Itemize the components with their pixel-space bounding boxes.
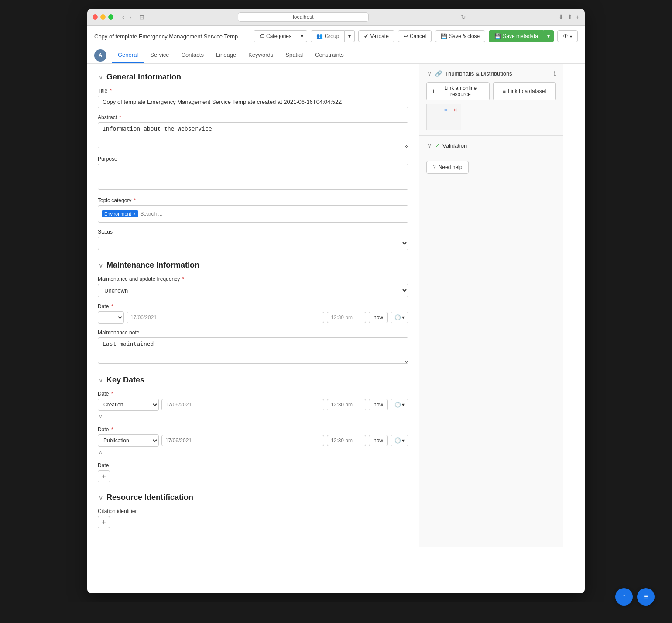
maintenance-clock-button[interactable]: 🕐 ▾ xyxy=(391,312,408,323)
title-input[interactable] xyxy=(98,96,408,108)
key-date-1-field: Date * Creation Publication Revision n xyxy=(98,391,408,420)
group-button[interactable]: 👥 Group xyxy=(311,30,345,42)
maintenance-date-row: now 🕐 ▾ xyxy=(98,311,408,324)
tab-general[interactable]: General xyxy=(112,47,144,63)
tab-service[interactable]: Service xyxy=(144,47,175,63)
link-dataset-button[interactable]: ≡ Link to a dataset xyxy=(493,82,556,100)
add-date-button[interactable]: + xyxy=(98,470,110,482)
maint-date-required: * xyxy=(111,303,113,310)
remove-environment-tag-button[interactable]: × xyxy=(133,211,136,217)
maximize-button[interactable] xyxy=(108,14,113,20)
clock-1-icon: 🕐 xyxy=(394,402,401,408)
link-online-resource-button[interactable]: + Link an online resource xyxy=(426,82,490,100)
scroll-up-fab[interactable]: ↑ xyxy=(615,588,633,602)
cancel-button[interactable]: ↩ Cancel xyxy=(398,30,432,42)
add-citation-id-button[interactable]: + xyxy=(98,516,110,528)
abstract-required: * xyxy=(119,114,121,120)
validate-button[interactable]: ✔ Validate xyxy=(358,30,394,42)
status-label: Status xyxy=(98,229,408,235)
topic-category-field: Topic category * Environment × xyxy=(98,197,408,223)
maintenance-date-input[interactable] xyxy=(127,312,324,323)
key-time-2-input[interactable] xyxy=(327,435,366,446)
maintenance-note-label: Maintenance note xyxy=(98,330,408,336)
preview-button[interactable]: 👁 xyxy=(557,30,578,42)
tab-spatial[interactable]: Spatial xyxy=(279,47,309,63)
maintenance-note-textarea[interactable]: Last maintained xyxy=(98,337,408,364)
key-dates-collapse-button[interactable]: ∨ xyxy=(98,376,104,385)
frequency-label: Maintenance and update frequency * xyxy=(98,276,408,282)
key-dates-title: Key Dates xyxy=(106,375,144,385)
validation-section: ∨ ✓ Validation xyxy=(419,136,563,155)
resource-identification-section: ∨ Resource Identification Citation ident… xyxy=(98,493,408,528)
general-info-collapse-button[interactable]: ∨ xyxy=(98,73,104,82)
thumbnail-edit-button[interactable]: ✏ xyxy=(442,106,450,114)
tab-lineage[interactable]: Lineage xyxy=(210,47,242,63)
purpose-field: Purpose xyxy=(98,156,408,191)
key-date-2-type-select[interactable]: Creation Publication Revision xyxy=(98,434,159,447)
download-icon: ⬇ xyxy=(559,14,564,21)
key-time-1-input[interactable] xyxy=(327,399,366,410)
categories-button[interactable]: 🏷 Categories xyxy=(254,30,297,42)
save-meta-icon: 💾 xyxy=(494,33,501,39)
group-icon: 👥 xyxy=(316,33,323,39)
key-date-2-expand-button[interactable]: ∧ xyxy=(98,448,103,456)
fab-container: ↑ ≡ xyxy=(615,588,655,602)
maintenance-now-button[interactable]: now xyxy=(369,312,388,323)
group-caret[interactable]: ▾ xyxy=(345,30,355,42)
key-dates-header: ∨ Key Dates xyxy=(98,375,408,385)
key-dates-section: ∨ Key Dates Date * Creation Publication xyxy=(98,375,408,482)
key-date-1-clock-button[interactable]: 🕐 ▾ xyxy=(391,399,408,410)
key-date-1-now-button[interactable]: now xyxy=(369,399,388,410)
thumbnails-info-icon: ℹ xyxy=(554,70,556,77)
close-button[interactable] xyxy=(93,14,98,20)
save-metadata-caret[interactable]: ▾ xyxy=(544,30,554,42)
topic-tag-container[interactable]: Environment × xyxy=(98,205,408,223)
thumbnail-delete-button[interactable]: ✕ xyxy=(451,106,459,114)
validation-collapse-button[interactable]: ∨ xyxy=(426,141,432,150)
need-help-button[interactable]: ? Need help xyxy=(426,161,469,174)
avatar: A xyxy=(94,49,106,62)
purpose-textarea[interactable] xyxy=(98,164,408,190)
back-button[interactable]: ‹ xyxy=(120,13,126,21)
key-date-1-required: * xyxy=(111,391,113,397)
topic-search-input[interactable] xyxy=(140,211,405,217)
key-date-1-caret-icon: ▾ xyxy=(402,402,405,408)
frequency-select[interactable]: Unknown Daily xyxy=(98,284,408,297)
new-tab-icon: + xyxy=(576,14,579,21)
key-date-2-caret-icon: ▾ xyxy=(402,437,405,444)
thumbnails-collapse-button[interactable]: ∨ xyxy=(426,69,432,78)
menu-fab[interactable]: ≡ xyxy=(637,588,655,602)
general-information-header: ∨ General Information xyxy=(98,72,408,82)
abstract-textarea[interactable]: Information about the Webservice xyxy=(98,122,408,148)
key-date-1-input[interactable] xyxy=(161,399,324,410)
maintenance-info-collapse-button[interactable]: ∨ xyxy=(98,261,104,270)
sidebar-toggle-button[interactable]: ⊟ xyxy=(137,13,147,21)
save-metadata-button[interactable]: 💾 Save metadata xyxy=(489,30,544,42)
main-content: ∨ General Information Title * Abstract xyxy=(87,64,419,547)
undo-icon: ↩ xyxy=(404,33,408,39)
key-date-2-clock-button[interactable]: 🕐 ▾ xyxy=(391,435,408,446)
maintenance-date-type-select[interactable] xyxy=(98,311,124,324)
forward-button[interactable]: › xyxy=(128,13,134,21)
key-date-2-input[interactable] xyxy=(161,435,324,446)
maintenance-time-input[interactable] xyxy=(327,312,366,323)
resource-id-collapse-button[interactable]: ∨ xyxy=(98,493,104,502)
key-date-1-collapse-button[interactable]: ∨ xyxy=(98,413,103,420)
tab-navigation: A General Service Contacts Lineage Keywo… xyxy=(87,47,585,64)
reload-button[interactable]: ↻ xyxy=(459,13,468,21)
thumbnails-icon: 🔗 xyxy=(435,70,442,77)
key-date-2-now-button[interactable]: now xyxy=(369,435,388,446)
tab-constraints[interactable]: Constraints xyxy=(309,47,350,63)
categories-caret[interactable]: ▾ xyxy=(297,30,307,42)
key-date-1-type-select[interactable]: Creation Publication Revision xyxy=(98,399,159,411)
resource-identification-header: ∨ Resource Identification xyxy=(98,493,408,502)
environment-tag: Environment × xyxy=(102,210,138,217)
save-close-button[interactable]: 💾 Save & close xyxy=(435,30,485,42)
app-title: Copy of template Emergency Management Se… xyxy=(94,33,244,40)
minimize-button[interactable] xyxy=(100,14,106,20)
tab-keywords[interactable]: Keywords xyxy=(242,47,279,63)
url-bar[interactable]: localhost xyxy=(238,12,369,22)
status-select[interactable]: Completed Ongoing xyxy=(98,237,408,250)
tab-contacts[interactable]: Contacts xyxy=(175,47,210,63)
citation-id-label: Citation identifier xyxy=(98,508,408,514)
